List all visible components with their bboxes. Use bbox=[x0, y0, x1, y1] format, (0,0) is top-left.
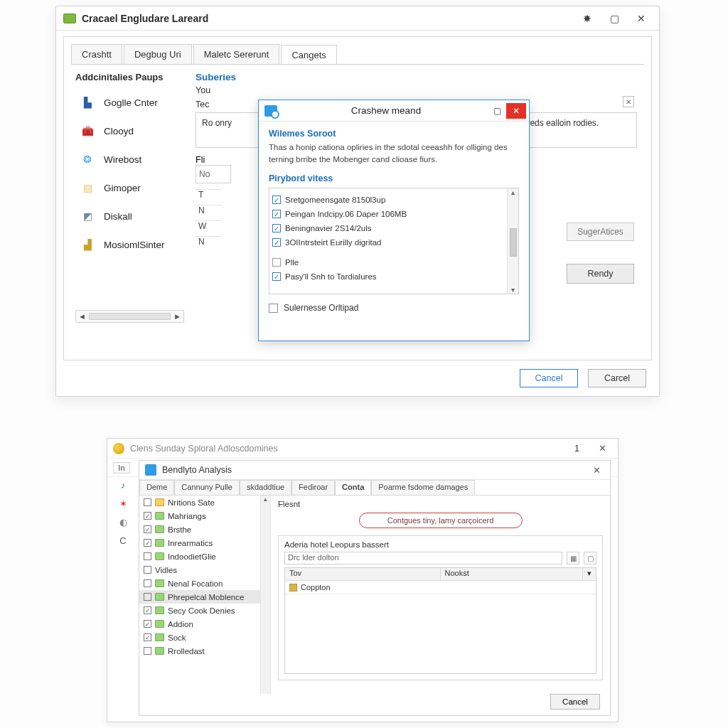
browse-icon[interactable]: ▦ bbox=[567, 552, 579, 564]
modal-section1: Wilemes Soroot bbox=[269, 129, 519, 139]
no-input[interactable]: No bbox=[196, 165, 231, 183]
options-listbox[interactable]: ✓Sretgomeensgate 8150l3up ✓Peingan Indci… bbox=[269, 188, 519, 294]
checkbox-icon[interactable]: ✓ bbox=[272, 258, 281, 267]
tree-node[interactable]: Nritions Sate bbox=[139, 496, 270, 509]
col-tov[interactable]: Tov bbox=[285, 568, 441, 580]
ctab[interactable]: Deme bbox=[139, 480, 174, 495]
close-button[interactable]: ✕ bbox=[628, 9, 655, 28]
c-icon[interactable]: C bbox=[117, 535, 129, 547]
ctab[interactable]: Conta bbox=[335, 480, 371, 495]
tree-node[interactable]: ✓Addion bbox=[139, 617, 270, 631]
analysis-close-button[interactable]: ✕ bbox=[587, 465, 606, 476]
plugin-item[interactable]: ◩ Diskall bbox=[75, 202, 184, 230]
option-item[interactable]: ✓3OIIntrsteirt Eurilly digritad bbox=[272, 235, 515, 250]
titlebar: Cracael Engludare Lareard ✸ ▢ ✕ bbox=[56, 6, 659, 31]
tree-checkbox-icon[interactable]: ✓ bbox=[144, 512, 151, 520]
analysis-app-icon bbox=[145, 464, 156, 476]
option-item[interactable]: ✓Pasy'll Snh to Tardialures bbox=[272, 269, 515, 284]
checkbox-icon[interactable]: ✓ bbox=[272, 196, 281, 204]
listbox-vscrollbar[interactable]: ▴ ▾ bbox=[507, 188, 518, 294]
modal-maximize-button[interactable]: ▢ bbox=[488, 103, 506, 119]
tab-crashtt[interactable]: Crashtt bbox=[71, 44, 122, 64]
tree-node[interactable]: Vidles bbox=[139, 563, 270, 577]
tree-node[interactable]: Phrepelcal Moblence bbox=[139, 590, 270, 604]
plugin-item[interactable]: ❂ Wirebost bbox=[75, 145, 184, 173]
folder-green-icon bbox=[155, 620, 164, 628]
plugin-item[interactable]: ▟ MosiomlSinter bbox=[75, 230, 184, 259]
cancel-button-secondary[interactable]: Carcel bbox=[588, 369, 646, 387]
category-tree[interactable]: ▴ Nritions Sate✓Mahriangs✓Brsthe✓Inrearm… bbox=[139, 496, 271, 694]
star-icon[interactable]: ✶ bbox=[117, 498, 129, 510]
ctab[interactable]: skdaddtiue bbox=[240, 480, 291, 495]
tree-node[interactable]: IndoodietGlie bbox=[139, 550, 270, 563]
checkbox-icon[interactable]: ✓ bbox=[272, 272, 281, 281]
suggestions-button[interactable]: SugerAtices bbox=[567, 223, 634, 241]
option-item[interactable]: ✓Beningnavier 2S14/2uls bbox=[272, 221, 515, 235]
tree-node[interactable]: ✓Mahriangs bbox=[139, 509, 270, 523]
option-item[interactable]: ✓Peingan Indcipy.06 Daper 106MB bbox=[272, 207, 515, 221]
tree-label: Phrepelcal Moblence bbox=[168, 593, 244, 601]
tree-node[interactable]: ✓Inrearmatics bbox=[139, 536, 270, 550]
tree-checkbox-icon[interactable] bbox=[144, 579, 151, 587]
col-nookst[interactable]: Nookst bbox=[441, 568, 584, 580]
tree-node[interactable]: ✓Brsthe bbox=[139, 523, 270, 536]
plugin-item[interactable]: 🧰 Clooyd bbox=[75, 117, 184, 145]
scroll-up-icon[interactable]: ▴ bbox=[511, 188, 515, 196]
scroll-down-icon[interactable]: ▾ bbox=[511, 286, 515, 294]
tree-node[interactable]: ✓Secy Cook Denies bbox=[139, 604, 270, 617]
clear-icon[interactable]: ▢ bbox=[584, 552, 596, 564]
music-icon[interactable]: ♪ bbox=[117, 480, 129, 491]
tab-cangets[interactable]: Cangets bbox=[281, 45, 336, 65]
row-icon bbox=[289, 584, 297, 592]
tree-node[interactable]: Rrolledast bbox=[139, 644, 270, 658]
tree-node[interactable]: ✓Sock bbox=[139, 631, 270, 644]
option-item[interactable]: ✓Sretgomeensgate 8150l3up bbox=[272, 193, 515, 207]
bottom-checkbox-row[interactable]: Sulernesse Orltipad bbox=[269, 303, 519, 313]
tree-checkbox-icon[interactable]: ✓ bbox=[144, 633, 151, 641]
cancel-button-primary[interactable]: Cancel bbox=[520, 369, 578, 387]
tree-checkbox-icon[interactable] bbox=[144, 552, 151, 560]
ctab[interactable]: Cannuny Pulle bbox=[174, 480, 240, 495]
path-field[interactable]: Drc lder dolton bbox=[284, 552, 562, 564]
table-row[interactable]: Coppton bbox=[285, 581, 596, 594]
plugin-item[interactable]: ▙ Goglle Cnter bbox=[75, 88, 184, 117]
scroll-right-icon[interactable]: ► bbox=[173, 312, 181, 321]
tab-degbug[interactable]: Degbug Uri bbox=[124, 44, 192, 64]
moon-icon[interactable]: ◐ bbox=[117, 517, 129, 528]
scroll-thumb[interactable] bbox=[510, 228, 517, 257]
field-clear-icon[interactable]: ✕ bbox=[623, 96, 634, 107]
pin-icon[interactable]: ✸ bbox=[574, 9, 601, 28]
tab-maletc[interactable]: Maletc Sererunt bbox=[193, 44, 280, 64]
scroll-thumb[interactable] bbox=[89, 313, 171, 320]
secondary-close-button[interactable]: ✕ bbox=[591, 443, 614, 454]
col-dropdown-icon[interactable]: ▾ bbox=[583, 568, 596, 580]
option-item[interactable]: ✓Plle bbox=[272, 255, 515, 269]
checkbox-icon[interactable]: ✓ bbox=[272, 224, 281, 232]
ctab[interactable]: Fediroar bbox=[291, 480, 335, 495]
tree-vscrollbar[interactable]: ▴ bbox=[260, 496, 270, 694]
tree-checkbox-icon[interactable]: ✓ bbox=[144, 525, 151, 533]
items-table[interactable]: Tov Nookst ▾ Coppton bbox=[284, 567, 596, 674]
tree-checkbox-icon[interactable] bbox=[144, 498, 151, 506]
checkbox-icon[interactable]: ✓ bbox=[272, 210, 281, 218]
tree-checkbox-icon[interactable]: ✓ bbox=[144, 539, 151, 547]
modal-close-button[interactable]: ✕ bbox=[506, 103, 526, 119]
toolbar-button[interactable]: In bbox=[113, 462, 130, 473]
maximize-button[interactable]: ▢ bbox=[601, 9, 628, 28]
tree-checkbox-icon[interactable] bbox=[144, 647, 151, 655]
ctab[interactable]: Poarme fsdome damages bbox=[371, 480, 475, 495]
sidebar-hscrollbar[interactable]: ◄ ► bbox=[75, 310, 184, 323]
stub: W bbox=[196, 220, 221, 236]
checkbox-icon[interactable] bbox=[269, 304, 278, 313]
warning-callout: Contgues tiny, lamy carçoicerd bbox=[359, 513, 523, 528]
tree-checkbox-icon[interactable]: ✓ bbox=[144, 606, 151, 614]
analysis-cancel-button[interactable]: Cancel bbox=[550, 694, 600, 710]
rendy-button[interactable]: Rendy bbox=[567, 264, 634, 284]
scroll-left-icon[interactable]: ◄ bbox=[78, 312, 86, 321]
tree-checkbox-icon[interactable]: ✓ bbox=[144, 620, 151, 628]
plugin-item[interactable]: ▤ Gimoper bbox=[75, 173, 184, 202]
checkbox-icon[interactable]: ✓ bbox=[272, 238, 281, 247]
tree-checkbox-icon[interactable] bbox=[144, 566, 151, 574]
tree-node[interactable]: Nenal Focation bbox=[139, 577, 270, 590]
tree-checkbox-icon[interactable] bbox=[144, 593, 151, 601]
